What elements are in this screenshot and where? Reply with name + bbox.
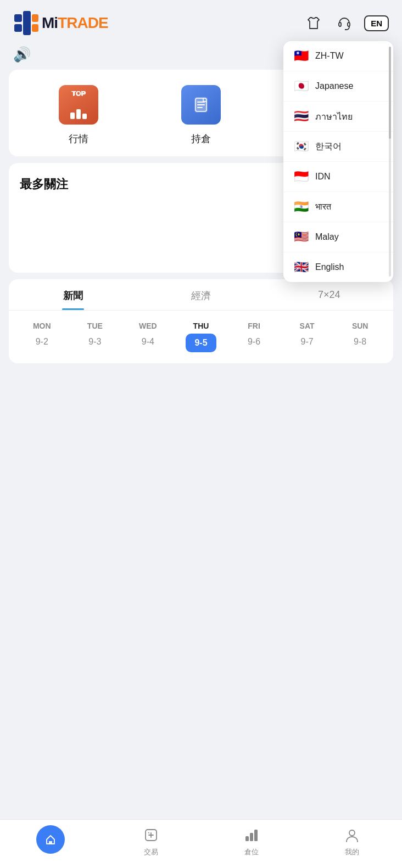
headset-icon-btn[interactable]	[333, 12, 355, 34]
flag-japanese: 🇯🇵	[293, 79, 309, 93]
nav-home[interactable]	[23, 825, 78, 857]
lang-item-idn[interactable]: 🇮🇩 IDN	[283, 162, 393, 192]
cal-day-wed[interactable]: WED 9-4	[129, 322, 167, 352]
logo[interactable]: MiTRADE	[13, 10, 108, 36]
svg-rect-18	[245, 836, 249, 841]
svg-rect-0	[14, 14, 22, 22]
lang-label-japanese: Japanese	[315, 81, 353, 91]
svg-rect-2	[23, 11, 31, 35]
cal-day-thu[interactable]: THU 9-5	[182, 322, 220, 352]
logo-icon	[13, 10, 40, 36]
flag-idn: 🇮🇩	[293, 170, 309, 184]
cal-day-sun[interactable]: SUN 9-8	[341, 322, 379, 352]
cal-day-name: WED	[139, 322, 157, 330]
nav-positions[interactable]: 倉位	[224, 825, 279, 857]
nav-trade-label: 交易	[144, 847, 158, 857]
holdings-label: 持倉	[191, 132, 211, 145]
nav-trade[interactable]: 交易	[124, 825, 178, 857]
language-dropdown[interactable]: 🇹🇼 ZH-TW 🇯🇵 Japanese 🇹🇭 ภาษาไทย 🇰🇷 한국어 🇮…	[283, 41, 393, 282]
holdings-icon-wrap	[179, 83, 223, 127]
logo-trade: TRADE	[58, 14, 108, 31]
shirt-icon	[306, 15, 321, 31]
home-icon	[36, 825, 65, 854]
market-icon-wrap: TOP	[57, 83, 101, 127]
cal-day-num: 9-8	[348, 334, 372, 350]
lang-item-zh-tw[interactable]: 🇹🇼 ZH-TW	[283, 41, 393, 71]
nav-profile[interactable]: 我的	[325, 825, 379, 857]
lang-label-english: English	[315, 262, 344, 272]
svg-rect-14	[49, 841, 52, 844]
profile-icon	[342, 825, 362, 845]
cal-day-mon[interactable]: MON 9-2	[23, 322, 61, 352]
tab-news[interactable]: 新聞	[9, 279, 137, 310]
svg-rect-6	[348, 22, 350, 26]
lang-item-korean[interactable]: 🇰🇷 한국어	[283, 132, 393, 162]
trade-icon	[141, 825, 161, 845]
home-svg	[43, 832, 58, 847]
cal-day-num: 9-6	[242, 334, 266, 350]
cal-day-num: 9-4	[136, 334, 160, 350]
flag-zh-tw: 🇹🇼	[293, 49, 309, 63]
lang-item-japanese[interactable]: 🇯🇵 Japanese	[283, 71, 393, 102]
language-button[interactable]: EN	[364, 15, 389, 31]
lang-item-english[interactable]: 🇬🇧 English	[283, 252, 393, 282]
positions-icon	[242, 825, 261, 845]
cal-day-num: 9-3	[83, 334, 107, 350]
cal-day-name: MON	[33, 322, 51, 330]
lang-label-hindi: भारत	[315, 202, 331, 212]
flag-korean: 🇰🇷	[293, 139, 309, 154]
flag-english: 🇬🇧	[293, 260, 309, 274]
lang-item-thai[interactable]: 🇹🇭 ภาษาไทย	[283, 102, 393, 132]
shirt-icon-btn[interactable]	[303, 12, 325, 34]
logo-text: MiTRADE	[42, 14, 108, 32]
holdings-icon	[181, 85, 221, 125]
trade-svg	[143, 827, 159, 843]
svg-rect-4	[32, 24, 38, 32]
svg-rect-19	[250, 833, 253, 841]
lang-item-hindi[interactable]: 🇮🇳 भारत	[283, 192, 393, 222]
quick-item-holdings[interactable]: 持倉	[179, 83, 223, 145]
lang-label-korean: 한국어	[315, 141, 342, 153]
cal-day-name: SUN	[352, 322, 369, 330]
profile-svg	[344, 827, 360, 843]
svg-rect-3	[32, 14, 38, 22]
header: MiTRADE EN	[0, 0, 402, 42]
cal-day-num: 9-5	[186, 334, 216, 352]
lang-label-thai: ภาษาไทย	[315, 110, 353, 123]
sound-icon[interactable]: 🔊	[13, 46, 31, 63]
cal-day-name: TUE	[87, 322, 103, 330]
tab-live[interactable]: 7×24	[265, 279, 393, 310]
news-card: 新聞 經濟 7×24 MON 9-2 TUE 9-3 WED 9-4 THU 9…	[9, 279, 393, 363]
tab-economy[interactable]: 經濟	[137, 279, 265, 310]
nav-profile-label: 我的	[345, 847, 359, 857]
lang-label-zh-tw: ZH-TW	[315, 51, 344, 61]
headset-icon	[337, 15, 352, 31]
lang-label-idn: IDN	[315, 172, 331, 182]
svg-rect-1	[14, 24, 22, 32]
lang-item-malay[interactable]: 🇲🇾 Malay	[283, 222, 393, 252]
svg-point-21	[349, 830, 355, 836]
logo-mi: Mi	[42, 14, 58, 31]
flag-malay: 🇲🇾	[293, 230, 309, 244]
scroll-thumb	[389, 47, 391, 139]
cal-day-num: 9-7	[295, 334, 319, 350]
cal-day-name: THU	[193, 322, 209, 330]
market-label: 行情	[69, 132, 88, 145]
svg-rect-20	[254, 830, 258, 841]
market-bars	[70, 109, 87, 119]
svg-point-13	[43, 832, 58, 847]
scroll-track	[389, 47, 391, 277]
nav-positions-label: 倉位	[244, 847, 259, 857]
language-list: 🇹🇼 ZH-TW 🇯🇵 Japanese 🇹🇭 ภาษาไทย 🇰🇷 한국어 🇮…	[283, 41, 393, 282]
cal-day-tue[interactable]: TUE 9-3	[76, 322, 114, 352]
cal-day-name: SAT	[300, 322, 315, 330]
cal-day-fri[interactable]: FRI 9-6	[235, 322, 273, 352]
header-icons: EN	[303, 12, 389, 34]
cal-day-num: 9-2	[30, 334, 54, 350]
news-tabs: 新聞 經濟 7×24	[9, 279, 393, 311]
positions-svg	[244, 827, 259, 843]
quick-item-market[interactable]: TOP 行情	[57, 83, 101, 145]
svg-rect-5	[339, 22, 341, 26]
flag-hindi: 🇮🇳	[293, 200, 309, 214]
cal-day-sat[interactable]: SAT 9-7	[288, 322, 326, 352]
